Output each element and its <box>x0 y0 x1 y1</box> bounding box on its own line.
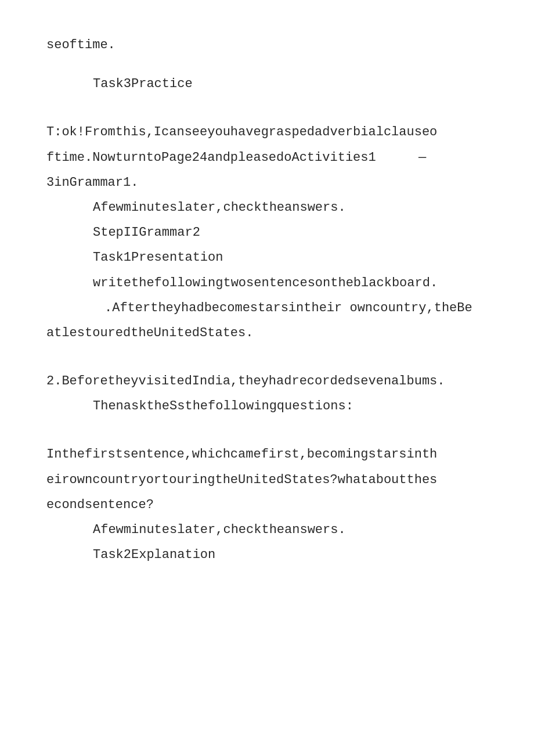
line-9: writethefollowingtwosentencesontheblackb… <box>46 273 488 293</box>
line-5: 3inGrammar1. <box>46 172 488 193</box>
line-8: Task1Presentation <box>46 247 488 268</box>
page-content: seoftime. Task3Practice T:ok!Fromthis,Ic… <box>46 35 488 565</box>
line-7: StepIIGrammar2 <box>46 222 488 243</box>
line-10: .Aftertheyhadbecomestarsintheir owncount… <box>46 298 488 318</box>
line-16: econdsentence? <box>46 495 488 515</box>
line-6: Afewminuteslater,checktheanswers. <box>46 197 488 218</box>
line-15: eirowncountryortouringtheUnitedStates?wh… <box>46 470 488 490</box>
line-1: seoftime. <box>46 35 488 55</box>
line-14: Inthefirstsentence,whichcamefirst,becomi… <box>46 444 488 465</box>
line-17: Afewminuteslater,checktheanswers. <box>46 520 488 540</box>
line-13: ThenasktheSsthefollowingquestions: <box>46 396 488 416</box>
line-4: ftime.NowturntoPage24andpleasedoActiviti… <box>46 147 488 168</box>
line-11: atlestouredtheUnitedStates. <box>46 323 488 343</box>
line-18: Task2Explanation <box>46 545 488 565</box>
line-3: T:ok!Fromthis,Icanseeyouhavegraspedadver… <box>46 122 488 142</box>
em-dash: — <box>418 150 426 165</box>
line-2: Task3Practice <box>46 74 488 94</box>
line-12: 2.BeforetheyvisitedIndia,theyhadrecorded… <box>46 371 488 391</box>
